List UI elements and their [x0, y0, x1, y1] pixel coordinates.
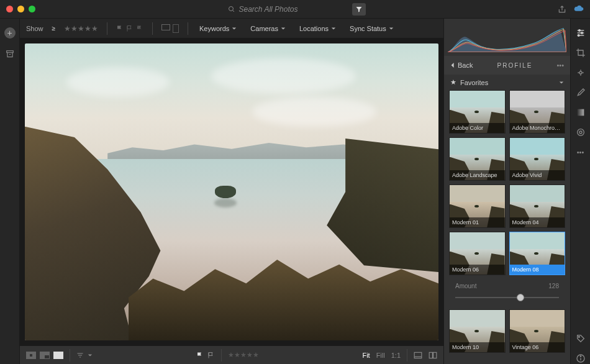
thumb-label: Modern 06: [450, 265, 505, 275]
profile-thumb[interactable]: Modern 08: [509, 232, 566, 275]
profile-header: Back PROFILE •••: [444, 56, 570, 75]
search-placeholder: Search All Photos: [239, 5, 298, 14]
view-mode-group: [26, 352, 63, 359]
profile-thumb[interactable]: Adobe Color: [449, 90, 506, 134]
amount-value: 128: [548, 283, 559, 289]
thumb-label: Modern 10: [450, 342, 505, 352]
main-photo: [25, 43, 438, 340]
profile-thumb[interactable]: Modern 10: [449, 309, 506, 353]
more-icon[interactable]: •••: [556, 61, 564, 69]
right-toolbar: •••: [570, 19, 590, 364]
svg-rect-4: [162, 24, 170, 30]
edit-sliders-icon[interactable]: [575, 27, 586, 39]
rating-control[interactable]: ★★★★★: [228, 351, 259, 359]
linear-gradient-icon[interactable]: [575, 107, 586, 118]
show-label: Show: [26, 25, 43, 32]
locations-dropdown[interactable]: Locations: [297, 25, 338, 32]
thumb-label: Adobe Landscape: [450, 170, 505, 180]
keywords-icon[interactable]: [575, 333, 586, 344]
brush-icon[interactable]: [575, 87, 586, 98]
grid-large-view[interactable]: [40, 352, 50, 359]
svg-point-15: [578, 35, 579, 37]
keywords-dropdown[interactable]: Keywords: [197, 25, 239, 32]
flag-picked-icon: [116, 25, 124, 32]
share-icon[interactable]: [558, 5, 566, 14]
thumb-label: Adobe Monochro…: [510, 123, 565, 133]
flag-unflagged-icon: [126, 25, 134, 32]
portrait-icon: [173, 24, 179, 33]
chevron-left-icon: [450, 62, 455, 68]
sort-icon: [76, 352, 84, 359]
thumb-label: Modern 08: [510, 265, 565, 275]
profile-thumb[interactable]: Modern 04: [509, 184, 566, 228]
single-view[interactable]: [53, 352, 63, 359]
svg-point-16: [579, 71, 582, 74]
add-button[interactable]: +: [4, 27, 16, 39]
sync-status-dropdown[interactable]: Sync Status: [347, 25, 396, 32]
rating-gte-icon[interactable]: ≥: [52, 25, 56, 32]
radial-gradient-icon[interactable]: [575, 127, 586, 138]
svg-rect-6: [414, 352, 422, 358]
svg-point-0: [229, 6, 233, 11]
filter-button[interactable]: [352, 3, 366, 16]
grid-small-view[interactable]: [26, 352, 36, 359]
cloud-sync-icon[interactable]: [574, 5, 584, 14]
thumb-label: Adobe Vivid: [510, 170, 565, 180]
thumb-label: Vintage 06: [510, 342, 565, 352]
sort-dropdown[interactable]: [76, 352, 93, 359]
close-window[interactable]: [6, 6, 13, 12]
filmstrip-toggle[interactable]: [414, 352, 422, 359]
main-area: Show ≥ ★★★★★ Keywords Cameras Locations …: [20, 19, 443, 364]
back-button[interactable]: Back: [450, 61, 473, 69]
archive-icon[interactable]: [4, 48, 16, 60]
profile-thumbnails: Adobe ColorAdobe Monochro…Adobe Landscap…: [444, 90, 570, 364]
svg-point-14: [581, 32, 583, 34]
healing-icon[interactable]: [575, 67, 586, 78]
compare-toggle[interactable]: [429, 352, 437, 359]
svg-point-18: [577, 129, 584, 136]
photo-viewport[interactable]: [20, 39, 443, 345]
thumb-label: Adobe Color: [450, 123, 505, 133]
panel-title: PROFILE: [478, 62, 551, 69]
svg-point-20: [578, 336, 579, 337]
star-icon: ★: [450, 78, 456, 86]
amount-slider[interactable]: Amount128: [449, 279, 565, 306]
svg-rect-8: [429, 352, 432, 358]
profile-thumb[interactable]: Adobe Vivid: [509, 137, 566, 181]
flag-filters[interactable]: [116, 25, 143, 32]
svg-rect-5: [173, 24, 179, 32]
zoom-fit[interactable]: Fit: [362, 352, 370, 359]
rating-stars[interactable]: ★★★★★: [64, 24, 98, 33]
zoom-fill[interactable]: Fill: [376, 352, 385, 359]
thumb-label: Modern 01: [450, 217, 505, 227]
amount-label: Amount: [455, 283, 476, 289]
maximize-window[interactable]: [29, 6, 35, 12]
left-sidebar: +: [0, 19, 20, 364]
crop-icon[interactable]: [575, 47, 586, 58]
profile-thumb[interactable]: Vintage 06: [509, 309, 566, 353]
profile-thumb[interactable]: Adobe Landscape: [449, 137, 506, 181]
titlebar: Search All Photos: [0, 0, 590, 19]
search-input[interactable]: Search All Photos: [228, 3, 352, 16]
flag-rejected-icon: [207, 352, 215, 359]
profile-thumb[interactable]: Modern 01: [449, 184, 506, 228]
search-icon: [228, 6, 235, 13]
zoom-1to1[interactable]: 1:1: [391, 352, 401, 359]
svg-rect-17: [577, 109, 584, 116]
flag-picked-icon: [196, 352, 204, 359]
cameras-dropdown[interactable]: Cameras: [248, 25, 288, 32]
orientation-filters[interactable]: [161, 24, 179, 33]
info-icon[interactable]: [575, 353, 586, 364]
profile-thumb[interactable]: Modern 06: [449, 232, 506, 275]
landscape-icon: [161, 24, 170, 30]
profile-thumb[interactable]: Adobe Monochro…: [509, 90, 566, 134]
minimize-window[interactable]: [17, 6, 24, 12]
histogram[interactable]: [444, 19, 570, 56]
filter-toolbar: Show ≥ ★★★★★ Keywords Cameras Locations …: [20, 19, 443, 39]
more-tools-icon[interactable]: •••: [575, 147, 586, 158]
flag-toggle[interactable]: [196, 352, 215, 359]
flag-rejected-icon: [136, 25, 143, 32]
profile-panel: Back PROFILE ••• ★ Favorites Adobe Color…: [443, 19, 570, 364]
svg-point-13: [578, 30, 580, 32]
favorites-section[interactable]: ★ Favorites: [444, 75, 570, 90]
